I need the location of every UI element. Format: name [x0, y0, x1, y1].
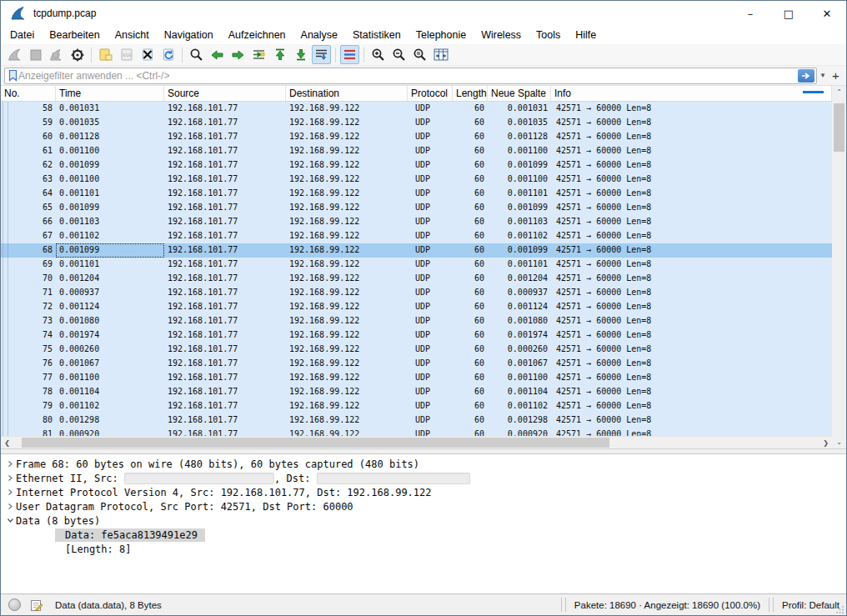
column-header-time[interactable]: Time [56, 86, 164, 101]
packet-row[interactable]: 630.001100192.168.101.77192.168.99.122UD… [1, 173, 832, 187]
expert-info-icon[interactable] [8, 598, 21, 611]
packet-row[interactable]: 610.001100192.168.101.77192.168.99.122UD… [1, 144, 832, 158]
expander-expanded-icon[interactable] [1, 517, 16, 524]
detail-line[interactable]: Ethernet II, Src: , Dst: [1, 471, 846, 485]
packet-cell-length: 60 [453, 399, 488, 413]
packet-row[interactable]: 780.001104192.168.101.77192.168.99.122UD… [1, 385, 832, 399]
column-header-info[interactable]: Info [551, 86, 832, 101]
column-header-source[interactable]: Source [164, 86, 286, 101]
packet-cell-time: 0.001035 [56, 116, 164, 130]
menu-item-telephonie[interactable]: Telephonie [408, 28, 474, 43]
add-filter-button[interactable]: + [829, 68, 843, 84]
open-file-button[interactable] [96, 45, 115, 64]
column-header-no-[interactable]: No. [1, 86, 56, 101]
scroll-left-arrow-icon[interactable]: ❮ [1, 437, 13, 448]
menu-item-datei[interactable]: Datei [3, 28, 42, 43]
packet-row[interactable]: 690.001101192.168.101.77192.168.99.122UD… [1, 258, 832, 272]
packet-counts: Pakete: 18690 · Angezeigt: 18690 (100.0%… [568, 600, 767, 610]
go-next-button[interactable] [228, 45, 248, 64]
menu-item-ansicht[interactable]: Ansicht [108, 28, 157, 43]
save-file-button[interactable]: 010 [117, 45, 136, 64]
capture-options-button[interactable] [68, 45, 87, 64]
stop-capture-button[interactable] [26, 45, 45, 64]
packet-row[interactable]: 600.001128192.168.101.77192.168.99.122UD… [1, 130, 832, 144]
packet-row[interactable]: 670.001102192.168.101.77192.168.99.122UD… [1, 229, 832, 243]
menu-item-statistiken[interactable]: Statistiken [345, 28, 408, 43]
detail-line[interactable]: Internet Protocol Version 4, Src: 192.16… [1, 485, 846, 499]
detail-line[interactable]: [Length: 8] [1, 542, 846, 556]
detail-line[interactable]: Data (8 bytes) [1, 513, 846, 528]
scroll-down-arrow-icon[interactable]: ⌄ [832, 436, 846, 448]
packet-row[interactable]: 650.001099192.168.101.77192.168.99.122UD… [1, 201, 832, 215]
detail-line[interactable]: Data: fe5aca8139491e29 [1, 528, 846, 542]
bookmark-icon[interactable] [8, 69, 18, 82]
detail-line[interactable]: Frame 68: 60 bytes on wire (480 bits), 6… [1, 457, 846, 471]
go-to-packet-button[interactable] [249, 45, 268, 64]
minimize-button[interactable]: – [731, 1, 769, 26]
packet-row[interactable]: 580.001031192.168.101.77192.168.99.122UD… [1, 102, 832, 116]
resize-grip[interactable] [836, 605, 844, 613]
reload-file-button[interactable] [158, 45, 178, 64]
scroll-right-arrow-icon[interactable]: ❯ [819, 437, 832, 448]
packet-row[interactable]: 740.001974192.168.101.77192.168.99.122UD… [1, 328, 832, 343]
zoom-reset-button[interactable] [410, 45, 429, 64]
packet-row[interactable]: 700.001204192.168.101.77192.168.99.122UD… [1, 272, 832, 286]
find-packet-button[interactable] [187, 45, 206, 64]
menu-item-wireless[interactable]: Wireless [474, 28, 529, 43]
display-filter-box[interactable] [4, 68, 817, 84]
menu-item-aufzeichnen[interactable]: Aufzeichnen [221, 28, 293, 43]
packet-row[interactable]: 720.001124192.168.101.77192.168.99.122UD… [1, 300, 832, 314]
packet-row[interactable]: 640.001101192.168.101.77192.168.99.122UD… [1, 187, 832, 201]
capture-comment-icon[interactable] [30, 598, 43, 612]
packet-row[interactable]: 770.001100192.168.101.77192.168.99.122UD… [1, 371, 832, 385]
packet-row[interactable]: 730.001080192.168.101.77192.168.99.122UD… [1, 314, 832, 328]
expander-collapsed-icon[interactable] [1, 460, 16, 468]
packet-row[interactable]: 620.001099192.168.101.77192.168.99.122UD… [1, 158, 832, 173]
close-file-button[interactable] [138, 45, 157, 64]
resize-columns-button[interactable] [431, 45, 450, 64]
detail-line[interactable]: User Datagram Protocol, Src Port: 42571,… [1, 499, 846, 513]
menu-item-analyse[interactable]: Analyse [293, 28, 345, 43]
zoom-out-button[interactable] [389, 45, 408, 64]
menu-item-hilfe[interactable]: Hilfe [568, 28, 604, 43]
maximize-button[interactable]: □ [769, 1, 808, 26]
packet-row[interactable]: 710.000937192.168.101.77192.168.99.122UD… [1, 286, 832, 300]
colorize-button[interactable] [340, 45, 359, 64]
go-last-button[interactable] [291, 45, 310, 64]
column-header-destination[interactable]: Destination [286, 86, 408, 101]
horizontal-scrollbar[interactable]: ❮ ❯ [1, 436, 832, 448]
packet-row[interactable]: 590.001035192.168.101.77192.168.99.122UD… [1, 116, 832, 130]
restart-capture-button[interactable] [47, 45, 66, 64]
expander-collapsed-icon[interactable] [1, 488, 16, 496]
filter-dropdown-button[interactable]: ▼ [817, 68, 829, 84]
column-header-protocol[interactable]: Protocol [408, 86, 453, 101]
apply-filter-button[interactable] [798, 69, 814, 83]
start-capture-button[interactable] [5, 45, 24, 64]
packet-row[interactable]: 660.001103192.168.101.77192.168.99.122UD… [1, 215, 832, 229]
packet-row[interactable]: 750.000260192.168.101.77192.168.99.122UD… [1, 343, 832, 357]
packet-row[interactable]: 760.001067192.168.101.77192.168.99.122UD… [1, 357, 832, 371]
menu-item-tools[interactable]: Tools [529, 28, 568, 43]
packet-row[interactable]: 810.000920192.168.101.77192.168.99.122UD… [1, 428, 832, 436]
horizontal-scrollbar-thumb[interactable] [22, 438, 609, 448]
menu-item-bearbeiten[interactable]: Bearbeiten [42, 28, 107, 43]
display-filter-input[interactable] [18, 69, 798, 83]
pane-splitter[interactable] [1, 448, 846, 454]
expander-collapsed-icon[interactable] [1, 474, 16, 482]
go-first-button[interactable] [270, 45, 289, 64]
packet-row-selected[interactable]: 680.001099192.168.101.77192.168.99.122UD… [1, 243, 832, 258]
menu-item-navigation[interactable]: Navigation [157, 28, 221, 43]
packet-row[interactable]: 790.001102192.168.101.77192.168.99.122UD… [1, 399, 832, 413]
title-bar: tcpdump.pcap – □ ✕ [1, 1, 846, 26]
scroll-up-arrow-icon[interactable]: ⌃ [832, 86, 846, 98]
close-button[interactable]: ✕ [808, 1, 846, 26]
expander-collapsed-icon[interactable] [1, 503, 16, 510]
auto-scroll-button[interactable] [312, 45, 331, 64]
packet-row[interactable]: 800.001298192.168.101.77192.168.99.122UD… [1, 413, 832, 428]
column-header-length[interactable]: Length [453, 86, 488, 101]
go-previous-button[interactable] [208, 45, 227, 64]
column-header-neue-spalte[interactable]: Neue Spalte [488, 86, 551, 101]
zoom-in-button[interactable] [368, 45, 388, 64]
vertical-scrollbar[interactable]: ⌃ ⌄ [832, 86, 846, 448]
vertical-scrollbar-thumb[interactable] [834, 103, 844, 152]
